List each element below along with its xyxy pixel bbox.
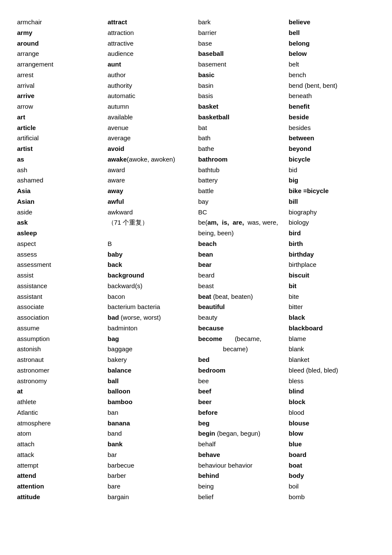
list-item: blind: [289, 386, 375, 397]
list-item: body: [289, 471, 375, 481]
list-item: backward(s): [108, 281, 194, 292]
list-item: balloon: [108, 386, 194, 397]
list-item: bee: [198, 376, 285, 387]
list-item: artist: [17, 144, 104, 154]
list-item: blow: [289, 428, 375, 439]
list-item: arrow: [17, 101, 104, 112]
list-item: bike =bicycle: [289, 186, 375, 197]
list-item: barrier: [198, 28, 285, 38]
list-item: aside: [17, 207, 104, 218]
list-item: begin (began, begun): [198, 428, 285, 439]
list-item: background: [108, 270, 194, 281]
list-item: available: [108, 112, 194, 123]
list-item: bed: [198, 355, 285, 365]
list-item: bath: [198, 133, 285, 144]
list-item: bite: [289, 292, 375, 302]
list-item: bird: [289, 228, 375, 239]
list-item: badminton: [108, 323, 194, 334]
list-item: beach: [198, 239, 285, 249]
list-item: bitter: [289, 302, 375, 312]
list-item: beast: [198, 281, 285, 292]
list-item: boat: [289, 460, 375, 471]
list-item: bench: [289, 70, 375, 81]
list-item: attraction: [108, 28, 194, 38]
list-item: bomb: [289, 492, 375, 503]
list-item: beauty: [198, 312, 285, 323]
list-item: band: [108, 428, 194, 439]
list-item: beg: [198, 418, 285, 429]
list-item: as: [17, 154, 104, 165]
list-item: ash: [17, 165, 104, 176]
list-item: behalf: [198, 439, 285, 450]
list-item: asleep: [17, 228, 104, 239]
list-item: BC: [198, 207, 285, 218]
list-item: blood: [289, 408, 375, 418]
list-item: award: [108, 165, 194, 176]
list-item: assistant: [17, 292, 104, 302]
list-item: being: [198, 481, 285, 492]
list-item: arrangement: [17, 59, 104, 70]
list-item: astronomer: [17, 365, 104, 376]
list-item: attack: [17, 450, 104, 460]
list-item: bless: [289, 376, 375, 387]
list-item: birth: [289, 239, 375, 249]
list-item: boil: [289, 481, 375, 492]
list-item: bell: [289, 28, 375, 38]
list-item: aunt: [108, 59, 194, 70]
list-item: Asia: [17, 186, 104, 197]
list-item: beef: [198, 386, 285, 397]
column-4: believebellbelongbelowbeltbenchbend (ben…: [289, 17, 375, 503]
list-item: beside: [289, 112, 375, 123]
list-item: behaviour behavior: [198, 460, 285, 471]
list-item: assessment: [17, 260, 104, 270]
list-item: at: [17, 386, 104, 397]
list-item: attitude: [17, 492, 104, 503]
list-item: beer: [198, 397, 285, 408]
list-item: belief: [198, 492, 285, 503]
list-item: bar: [108, 450, 194, 460]
list-item: association: [17, 312, 104, 323]
list-item: barbecue: [108, 460, 194, 471]
list-item: assumption: [17, 334, 104, 344]
list-item: bank: [108, 439, 194, 450]
list-item: army: [17, 28, 104, 38]
list-item: bathroom: [198, 154, 285, 165]
list-item: bleed (bled, bled): [289, 365, 375, 376]
list-item: blouse: [289, 418, 375, 429]
list-item: bark: [198, 17, 285, 28]
list-item: blame: [289, 334, 375, 344]
list-item: beneath: [289, 91, 375, 101]
list-item: bathe: [198, 144, 285, 154]
list-item: besides: [289, 123, 375, 133]
list-item: base: [198, 38, 285, 49]
list-item: assist: [17, 270, 104, 281]
list-item: below: [289, 49, 375, 59]
list-item: awful: [108, 197, 194, 207]
list-item: bat: [198, 123, 285, 133]
list-item: battery: [198, 175, 285, 186]
list-item: baby: [108, 249, 194, 260]
list-item: artificial: [17, 133, 104, 144]
list-item: arrange: [17, 49, 104, 59]
list-item: automatic: [108, 91, 194, 101]
list-item: awake(awoke, awoken): [108, 154, 194, 165]
list-item: astronaut: [17, 355, 104, 365]
list-item: avenue: [108, 123, 194, 133]
list-item: black: [289, 312, 375, 323]
list-item: balance: [108, 365, 194, 376]
list-item: ban: [108, 408, 194, 418]
list-item: arrive: [17, 91, 104, 101]
list-item: astonish: [17, 344, 104, 355]
list-item: board: [289, 450, 375, 460]
list-item: birthplace: [289, 260, 375, 270]
list-item: between: [289, 133, 375, 144]
list-item: beyond: [289, 144, 375, 154]
column-1: armchairarmyaroundarrangearrangementarre…: [17, 17, 104, 503]
list-item: athlete: [17, 397, 104, 408]
list-item: article: [17, 123, 104, 133]
list-item: attempt: [17, 460, 104, 471]
column-2: attractattractionattractiveaudienceaunta…: [108, 17, 194, 503]
list-item: aware: [108, 175, 194, 186]
list-item: basket: [198, 101, 285, 112]
list-item: atom: [17, 428, 104, 439]
